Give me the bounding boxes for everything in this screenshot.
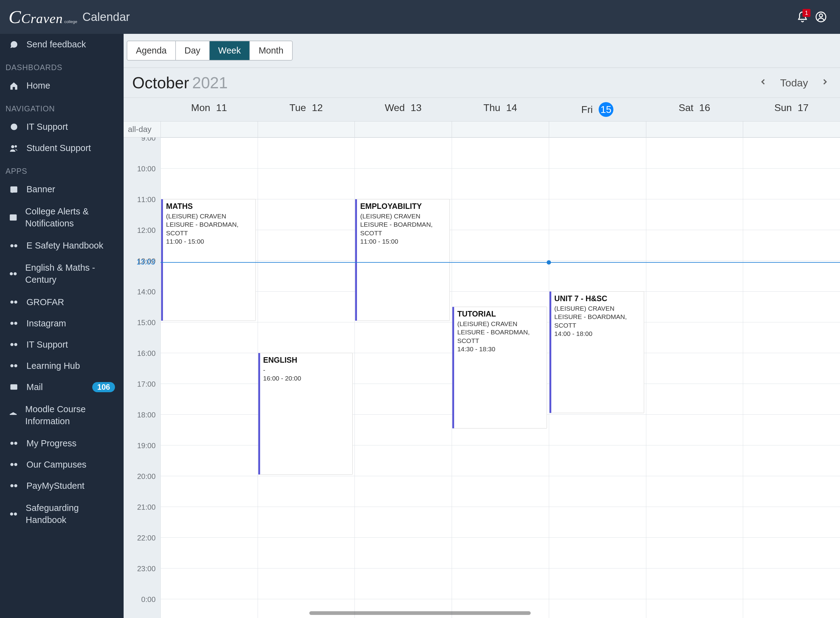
time-cell[interactable] (258, 507, 355, 538)
calendar-event[interactable]: TUTORIAL (LEISURE) CRAVEN LEISURE - BOAR… (452, 307, 547, 428)
sidebar-item-app-11[interactable]: Our Campuses (0, 454, 124, 475)
time-cell[interactable] (743, 383, 840, 414)
time-cell[interactable] (354, 476, 452, 507)
time-cell[interactable] (743, 199, 840, 230)
time-cell[interactable] (354, 383, 452, 414)
view-week[interactable]: Week (210, 41, 250, 60)
time-cell[interactable] (160, 353, 258, 383)
time-cell[interactable] (354, 168, 452, 199)
sidebar-item-app-1[interactable]: College Alerts & Notifications (0, 200, 124, 235)
time-cell[interactable] (743, 476, 840, 507)
time-cell[interactable] (258, 476, 355, 507)
time-cell[interactable] (258, 230, 355, 260)
all-day-cell[interactable] (258, 122, 355, 137)
time-cell[interactable] (258, 199, 355, 230)
time-cell[interactable] (160, 476, 258, 507)
view-day[interactable]: Day (176, 41, 210, 60)
time-cell[interactable] (549, 599, 646, 618)
sidebar-item-dash-0[interactable]: Home (0, 75, 124, 96)
sidebar-item-app-5[interactable]: Instagram (0, 313, 124, 334)
time-cell[interactable] (646, 538, 743, 568)
time-cell[interactable] (354, 538, 452, 568)
time-cell[interactable] (743, 322, 840, 353)
time-cell[interactable] (549, 507, 646, 538)
time-cell[interactable] (452, 476, 549, 507)
time-cell[interactable] (354, 599, 452, 618)
time-grid-scroll[interactable]: 9:0010:0011:0012:0013:0014:0015:0016:001… (124, 138, 840, 618)
time-cell[interactable] (452, 507, 549, 538)
sidebar-item-app-3[interactable]: English & Maths - Century (0, 256, 124, 291)
time-cell[interactable] (258, 168, 355, 199)
calendar-event[interactable]: UNIT 7 - H&SC (LEISURE) CRAVEN LEISURE -… (550, 291, 644, 413)
time-cell[interactable] (452, 138, 549, 168)
sidebar-item-app-0[interactable]: Banner (0, 179, 124, 200)
time-cell[interactable] (160, 568, 258, 599)
time-cell[interactable] (354, 322, 452, 353)
time-cell[interactable] (646, 168, 743, 199)
time-cell[interactable] (646, 599, 743, 618)
time-cell[interactable] (743, 599, 840, 618)
sidebar-item-nav-0[interactable]: IT Support (0, 116, 124, 138)
all-day-cell[interactable] (646, 122, 743, 137)
time-cell[interactable] (452, 260, 549, 291)
sidebar-item-app-7[interactable]: Learning Hub (0, 355, 124, 376)
time-cell[interactable] (646, 507, 743, 538)
time-cell[interactable] (743, 138, 840, 168)
time-cell[interactable] (160, 414, 258, 445)
time-cell[interactable] (743, 260, 840, 291)
time-cell[interactable] (646, 260, 743, 291)
time-cell[interactable] (743, 414, 840, 445)
time-cell[interactable] (452, 538, 549, 568)
day-header-0[interactable]: Mon 11 (160, 98, 258, 121)
time-cell[interactable] (258, 538, 355, 568)
time-cell[interactable] (646, 383, 743, 414)
time-cell[interactable] (160, 138, 258, 168)
notifications-button[interactable]: 1 (793, 8, 812, 26)
time-cell[interactable] (743, 168, 840, 199)
all-day-cell[interactable] (452, 122, 549, 137)
all-day-cell[interactable] (549, 122, 646, 137)
day-header-5[interactable]: Sat 16 (646, 98, 743, 121)
time-cell[interactable] (646, 199, 743, 230)
day-header-1[interactable]: Tue 12 (258, 98, 355, 121)
sidebar-item-app-4[interactable]: GROFAR (0, 292, 124, 313)
time-cell[interactable] (354, 507, 452, 538)
time-cell[interactable] (646, 445, 743, 476)
time-cell[interactable] (743, 353, 840, 383)
view-month[interactable]: Month (250, 41, 292, 60)
sidebar-item-app-9[interactable]: Moodle Course Information (0, 398, 124, 433)
next-week-button[interactable] (818, 75, 831, 91)
time-cell[interactable] (160, 168, 258, 199)
day-header-3[interactable]: Thu 14 (452, 98, 549, 121)
time-cell[interactable] (160, 383, 258, 414)
sidebar-item-app-8[interactable]: Mail 106 (0, 376, 124, 398)
time-cell[interactable] (354, 414, 452, 445)
sidebar-item-app-2[interactable]: E Safety Handbook (0, 235, 124, 256)
time-cell[interactable] (549, 538, 646, 568)
today-button[interactable]: Today (780, 77, 808, 89)
time-cell[interactable] (646, 414, 743, 445)
time-cell[interactable] (452, 168, 549, 199)
time-cell[interactable] (549, 260, 646, 291)
time-cell[interactable] (160, 322, 258, 353)
time-cell[interactable] (354, 353, 452, 383)
time-cell[interactable] (160, 507, 258, 538)
time-cell[interactable] (452, 199, 549, 230)
time-cell[interactable] (258, 568, 355, 599)
time-cell[interactable] (743, 568, 840, 599)
time-cell[interactable] (258, 260, 355, 291)
time-cell[interactable] (549, 414, 646, 445)
all-day-cell[interactable] (354, 122, 452, 137)
time-cell[interactable] (258, 599, 355, 618)
account-button[interactable] (812, 8, 830, 26)
time-cell[interactable] (354, 138, 452, 168)
sidebar-item-app-10[interactable]: My Progress (0, 433, 124, 454)
all-day-cell[interactable] (160, 122, 258, 137)
time-cell[interactable] (452, 568, 549, 599)
sidebar-item-app-13[interactable]: Safeguarding Handbook (0, 496, 124, 532)
time-cell[interactable] (646, 230, 743, 260)
time-cell[interactable] (258, 322, 355, 353)
calendar-event[interactable]: ENGLISH - 16:00 - 20:00 (258, 353, 353, 475)
time-cell[interactable] (743, 230, 840, 260)
calendar-event[interactable]: MATHS (LEISURE) CRAVEN LEISURE - BOARDMA… (161, 199, 256, 321)
